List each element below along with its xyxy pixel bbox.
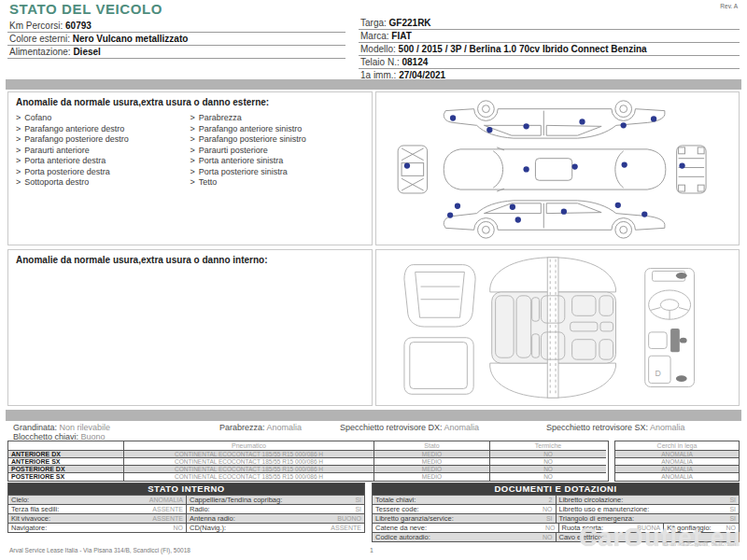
table-row: Kit vivavoce:ASSENTE Antenna radio:BUONO (8, 513, 364, 523)
field-colore-esterni: Colore esterni: Nero Vulcano metallizzat… (7, 33, 345, 46)
anomaly-item: >Parabrezza (190, 113, 365, 124)
tire-row-termiche: NO (490, 458, 606, 466)
tire-row-termiche: NO (490, 451, 606, 458)
anomaly-item: >Porta posteriore destra (16, 167, 190, 178)
vehicle-status-report: STATO DEL VEICOLO Rev. A Km Percorsi: 60… (0, 0, 747, 560)
table-row: Cielo:ANOMALIA Cappelliera/Tendina copri… (8, 495, 364, 504)
footer-company-address: Arval Service Lease Italia - Via Pisana … (9, 547, 190, 553)
tires-col-stato: Stato (374, 441, 490, 451)
anomaly-item: >Porta anteriore destra (16, 156, 190, 167)
table-row: Libretto garanzia/service:SI Triangolo d… (373, 513, 739, 523)
footer-page-number: 1 (370, 547, 374, 553)
anomaly-item: >Paraurti posteriore (190, 146, 365, 157)
tire-row-pneumatico: CONTINENTAL ECOCONTACT 185/55 R15 000/08… (124, 451, 374, 458)
exterior-anomalies-panel: Anomalie da normale usura,extra usura o … (7, 91, 373, 245)
table-row: Terza fila sedili:ASSENTE Radio:SI (8, 504, 364, 513)
documenti-dotazioni-table: DOCUMENTI E DOTAZIONI Totale chiavi:2 Li… (372, 483, 740, 542)
cabin-view (490, 258, 616, 398)
table-row: Catene da neve:NO Ruota scorta:BUONA Kit… (373, 523, 739, 532)
car-rear-view (677, 146, 706, 193)
exterior-anomalies-title: Anomalie da normale usura,extra usura o … (16, 97, 364, 107)
rear-hatch-view (404, 338, 473, 395)
cerchi-in-lega-table: Cerchi in lega ANOMALIA ANOMALIA ANOMALI… (614, 441, 740, 482)
anomaly-item: >Porta anteriore sinistra (190, 156, 365, 167)
cerchi-value: ANOMALIA (615, 451, 739, 458)
anomaly-item: >Parafango anteriore sinistro (190, 124, 365, 135)
field-km-percorsi: Km Percorsi: 60793 (7, 20, 345, 33)
car-front-view (398, 146, 427, 193)
stato-interno-header: STATO INTERNO (8, 483, 364, 495)
dashboard-view: D (645, 269, 695, 387)
vehicle-summary-right: Targa: GF221RK Marca: FIAT Modello: 500 … (359, 17, 740, 82)
interior-damage-diagram: D (375, 249, 740, 406)
tire-row-position: ANTERIORE SX (8, 458, 124, 466)
car-side-left-view (444, 201, 665, 238)
cerchi-header: Cerchi in lega (615, 441, 739, 451)
section-divider-bar (6, 410, 741, 421)
tire-row-stato: MEDIO (374, 458, 490, 466)
status-parabrezza: Parabrezza: Anomalia (219, 423, 302, 432)
section-divider-bar (6, 79, 741, 90)
field-telaio: Telaio N.: 08124 (359, 56, 740, 69)
tire-row-stato: MEDIO (374, 473, 490, 481)
cerchi-value: ANOMALIA (615, 473, 739, 481)
car-top-view (444, 147, 666, 191)
status-specchietto-sx: Specchietto retrovisore SX: Anomalia (546, 423, 685, 432)
tire-row-pneumatico: CONTINENTAL ECOCONTACT 185/55 R15 000/08… (124, 466, 374, 473)
anomaly-item: >Parafango posteriore destro (16, 134, 190, 146)
documenti-header: DOCUMENTI E DOTAZIONI (373, 483, 739, 495)
tires-col-termiche: Termiche (490, 441, 606, 451)
table-row: Totale chiavi:2 Libretto circolazione:SI (373, 495, 739, 504)
anomaly-item: >Sottoporta destro (16, 177, 190, 189)
exterior-list-left: >Cofano >Parafango anteriore destro >Par… (16, 113, 190, 189)
anomaly-item: >Porta posteriore sinistra (190, 167, 365, 178)
table-row: Codice autoradio:NO Cavo elettrico: (373, 532, 739, 541)
anomaly-item: >Parafango anteriore destro (16, 124, 190, 135)
page-title: STATO DEL VEICOLO (9, 1, 162, 17)
exterior-anomalies-lists: >Cofano >Parafango anteriore destro >Par… (16, 113, 364, 189)
tire-row-position: POSTERIORE DX (8, 466, 124, 473)
field-marca: Marca: FIAT (359, 30, 740, 43)
exterior-car-views (376, 92, 739, 245)
field-modello: Modello: 500 / 2015 / 3P / Berlina 1.0 7… (359, 43, 740, 56)
tire-row-position: POSTERIORE SX (8, 473, 124, 481)
tire-row-position: ANTERIORE DX (8, 451, 124, 458)
tires-col-pneumatico: Pneumatico (124, 441, 374, 451)
exterior-list-right: >Parabrezza >Parafango anteriore sinistr… (190, 113, 365, 189)
table-row: Navigatore:NO CD(Navig.):ASSENTE (8, 523, 364, 532)
exterior-damage-markers (404, 115, 685, 222)
cerchi-value: ANOMALIA (615, 458, 739, 466)
trunk-view (404, 265, 475, 327)
status-specchietto-dx: Specchietto retrovisore DX: Anomalia (340, 423, 479, 432)
anomaly-item: >Cofano (16, 113, 190, 124)
vehicle-summary-left: Km Percorsi: 60793 Colore esterni: Nero … (7, 20, 345, 59)
tire-row-pneumatico: CONTINENTAL ECOCONTACT 185/55 R15 000/08… (124, 458, 374, 466)
tires-col-position (8, 441, 124, 451)
status-grandinata: Grandinata: Non rilevabile Blocchetto ch… (13, 423, 110, 441)
car-side-right-view (444, 101, 665, 138)
table-row: Tessere code:NO Libretto uso e manutenzi… (373, 504, 739, 513)
stato-interno-table: STATO INTERNO Cielo:ANOMALIA Cappelliera… (7, 483, 365, 533)
exterior-damage-diagram (375, 91, 740, 245)
field-alimentazione: Alimentazione: Diesel (7, 46, 345, 59)
field-targa: Targa: GF221RK (359, 17, 740, 30)
interior-anomalies-title: Anomalie da normale usura,extra usura o … (16, 255, 364, 265)
cerchi-value: ANOMALIA (615, 466, 739, 473)
anomaly-item: >Parafango posteriore sinistro (190, 134, 365, 146)
tire-row-termiche: NO (490, 466, 606, 473)
interior-anomalies-panel: Anomalie da normale usura,extra usura o … (7, 249, 373, 406)
tire-row-termiche: NO (490, 473, 606, 481)
anomaly-item: >Paraurti anteriore (16, 146, 190, 157)
svg-text:D: D (655, 369, 660, 378)
tires-table: Pneumatico Stato Termiche ANTERIORE DX C… (7, 441, 609, 482)
tire-row-pneumatico: CONTINENTAL ECOCONTACT 185/55 R15 000/08… (124, 473, 374, 481)
interior-car-views: D (376, 250, 739, 405)
anomaly-item: >Tetto (190, 177, 365, 189)
revision-label: Rev. A (720, 3, 738, 9)
tire-row-stato: MEDIO (374, 451, 490, 458)
tire-row-stato: MEDIO (374, 466, 490, 473)
